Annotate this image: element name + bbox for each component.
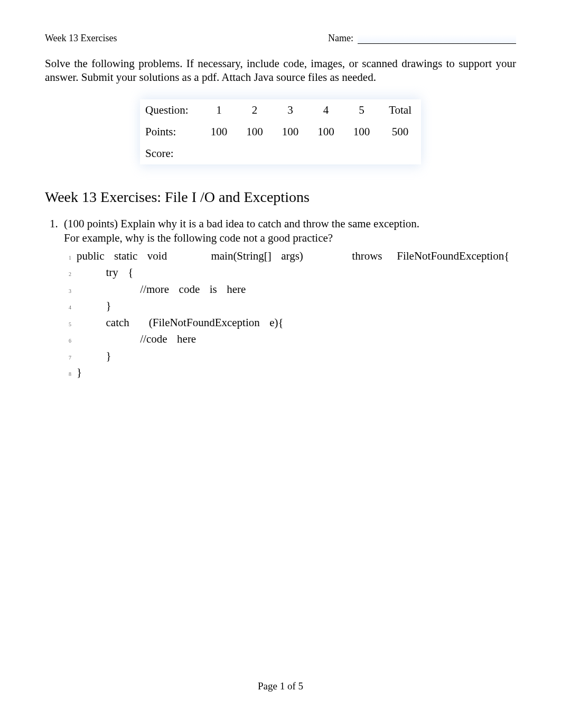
score-table: Question: 1 2 3 4 5 Total Points: 100 10… xyxy=(140,99,421,164)
section-title: Week 13 Exercises: File I /O and Excepti… xyxy=(45,189,516,206)
line-number: 1 xyxy=(62,254,71,262)
code-text: } xyxy=(77,364,82,381)
col-header: 5 xyxy=(344,99,380,121)
question-text: (100 points) Explain why it is a bad ide… xyxy=(64,217,516,231)
name-input-line[interactable] xyxy=(358,34,516,44)
name-label: Name: xyxy=(328,33,353,44)
code-text: //code here xyxy=(77,331,196,348)
score-cell[interactable] xyxy=(237,143,273,164)
question-1: (100 points) Explain why it is a bad ide… xyxy=(61,217,516,381)
code-line: 3 //more code is here xyxy=(62,281,516,298)
points-cell: 100 xyxy=(308,121,344,143)
points-cell: 100 xyxy=(344,121,380,143)
question-line: Explain why it is a bad idea to catch an… xyxy=(120,217,419,230)
code-block: 1public static void main(String[] args) … xyxy=(62,248,516,381)
code-text: public static void main(String[] args) t… xyxy=(77,248,509,265)
line-number: 3 xyxy=(62,287,71,295)
header-left: Week 13 Exercises xyxy=(45,33,117,44)
points-cell: 500 xyxy=(379,121,421,143)
question-text: For example, why is the following code n… xyxy=(64,232,516,245)
code-text: } xyxy=(77,298,111,315)
intro-paragraph: Solve the following problems. If necessa… xyxy=(45,57,516,85)
score-cell[interactable] xyxy=(344,143,380,164)
score-cell[interactable] xyxy=(201,143,237,164)
score-cell[interactable] xyxy=(379,143,421,164)
line-number: 8 xyxy=(62,370,71,378)
score-cell[interactable] xyxy=(273,143,308,164)
col-header: Total xyxy=(379,99,421,121)
line-number: 7 xyxy=(62,354,71,362)
table-row: Question: 1 2 3 4 5 Total xyxy=(140,99,421,121)
code-text: catch (FileNotFoundException e){ xyxy=(77,315,284,331)
code-line: 8} xyxy=(62,364,516,381)
line-number: 6 xyxy=(62,337,71,345)
code-line: 2 try { xyxy=(62,264,516,281)
code-line: 1public static void main(String[] args) … xyxy=(62,248,516,265)
code-line: 4 } xyxy=(62,298,516,315)
code-line: 7 } xyxy=(62,348,516,365)
code-text: try { xyxy=(77,264,133,281)
score-cell[interactable] xyxy=(308,143,344,164)
col-header: 1 xyxy=(201,99,237,121)
line-number: 5 xyxy=(62,320,71,328)
table-row: Score: xyxy=(140,143,421,164)
page-header: Week 13 Exercises Name: xyxy=(45,33,516,44)
line-number: 2 xyxy=(62,270,71,278)
code-line: 6 //code here xyxy=(62,331,516,348)
score-table-wrap: Question: 1 2 3 4 5 Total Points: 100 10… xyxy=(45,99,516,164)
points-cell: 100 xyxy=(273,121,308,143)
code-text: } xyxy=(77,348,111,365)
points-cell: 100 xyxy=(201,121,237,143)
page-footer: Page 1 of 5 xyxy=(0,680,561,692)
points-prefix: (100 points) xyxy=(64,217,120,230)
code-text: //more code is here xyxy=(77,281,246,298)
row-label-question: Question: xyxy=(140,99,201,121)
points-cell: 100 xyxy=(237,121,273,143)
table-row: Points: 100 100 100 100 100 500 xyxy=(140,121,421,143)
row-label-score: Score: xyxy=(140,143,201,164)
col-header: 2 xyxy=(237,99,273,121)
code-line: 5 catch (FileNotFoundException e){ xyxy=(62,315,516,331)
col-header: 3 xyxy=(273,99,308,121)
row-label-points: Points: xyxy=(140,121,201,143)
page: Week 13 Exercises Name: Solve the follow… xyxy=(0,0,561,728)
question-list: (100 points) Explain why it is a bad ide… xyxy=(45,217,516,381)
col-header: 4 xyxy=(308,99,344,121)
name-field: Name: xyxy=(328,33,516,44)
line-number: 4 xyxy=(62,303,71,311)
